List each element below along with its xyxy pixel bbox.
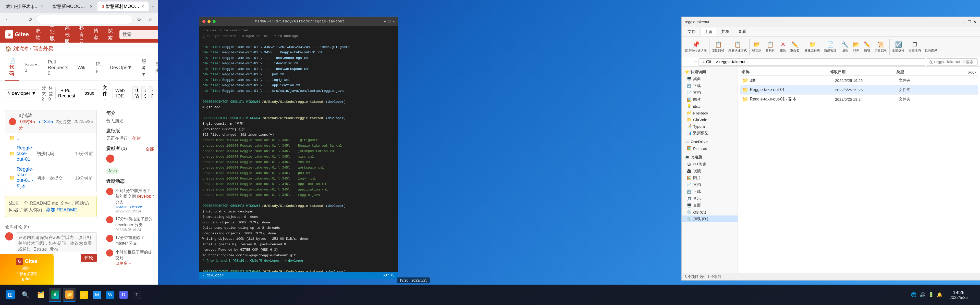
terminal-maximize-btn[interactable]: □: [388, 19, 390, 24]
ribbon-btn-rename[interactable]: ✏️ 重命名: [789, 41, 801, 54]
explorer-forward-btn[interactable]: →: [689, 60, 694, 64]
pull-request-btn[interactable]: + Pull Request: [56, 87, 78, 100]
tray-notification-icon[interactable]: 🔔: [937, 292, 942, 298]
nav-item-pc-downloads[interactable]: ⬇️下载: [682, 188, 738, 195]
ribbon-btn-open[interactable]: 📂 打开: [851, 41, 861, 54]
ribbon-btn-properties[interactable]: 🔧 属性: [840, 41, 850, 54]
taskbar-app-5[interactable]: T: [130, 288, 143, 302]
ribbon-btn-deselect[interactable]: ☐ 全部取消: [907, 41, 922, 54]
favorites-button[interactable]: ☆: [146, 15, 155, 24]
file-item-0[interactable]: 📁 Reggie-take-out-01 初步代码 19分钟前: [5, 143, 97, 164]
watch-button[interactable]: 👁 Watching 1: [132, 86, 138, 100]
tray-battery-icon[interactable]: 🔋: [928, 292, 934, 298]
ribbon-tab-share[interactable]: 共享: [718, 27, 733, 36]
taskbar-app-1[interactable]: 🟡: [78, 288, 90, 302]
ribbon-btn-copy-path[interactable]: 📋 复制路径: [711, 41, 726, 54]
tab-manage[interactable]: 管理: [151, 58, 158, 78]
nav-item-onedrive-pictures[interactable]: 🖼️Pictures: [682, 145, 738, 152]
taskbar-app-3[interactable]: W: [104, 288, 116, 302]
tab-devops[interactable]: DevOps▼: [106, 62, 136, 74]
gitee-banner-ad[interactable]: G Gitee 9周年 它板有话要说 gitee: [0, 254, 54, 284]
terminal-close-btn[interactable]: ✕: [393, 19, 395, 24]
nav-item-filerecv[interactable]: 📁FileRecv: [682, 110, 738, 116]
explorer-path-input[interactable]: [698, 59, 925, 65]
branch-selector[interactable]: ⑂ devloper ▼: [5, 89, 39, 97]
ribbon-btn-edit[interactable]: ✏️ 编辑: [862, 41, 872, 54]
owner-link[interactable]: 刘鸿涛: [13, 45, 28, 52]
nav-item-3d[interactable]: 🎲3D 对象: [682, 160, 738, 168]
submit-comment-btn[interactable]: 评论: [81, 254, 97, 262]
explorer-close-btn[interactable]: ✕: [973, 19, 977, 25]
ribbon-btn-pin[interactable]: 📌 固定到快速访问: [684, 40, 708, 54]
nav-item-pc-pictures[interactable]: 🖼️图片: [682, 175, 738, 181]
terminal-content[interactable]: Changes to be committed: (use "git resto…: [199, 26, 398, 272]
file-item-parent[interactable]: 📁 ..: [5, 133, 97, 143]
browser-tab-2[interactable]: 智慧新MOOC实警 ✕: [48, 2, 97, 11]
fork-button-main[interactable]: ⑂ Fork: [149, 87, 153, 100]
taskbar-clock[interactable]: 19:26 2022/5/25: [947, 290, 971, 300]
star-button-main[interactable]: ☆ Star: [142, 86, 146, 100]
explorer-up-btn[interactable]: ↑: [695, 60, 697, 64]
ribbon-btn-copy-to[interactable]: 📋 复制到: [764, 41, 776, 54]
file-row-reggie-copy[interactable]: 📁 Reggie-take-out-01 - 副本 2022/5/25 19:2…: [740, 95, 978, 104]
nav-item-pictures[interactable]: 🖼️图片: [682, 96, 738, 103]
nav-item-idea[interactable]: 💡idea: [682, 103, 738, 110]
add-readme-link[interactable]: 添加 README: [46, 207, 78, 213]
file-row-git[interactable]: 📁 .git 2022/5/25 19:25 文件夹: [740, 76, 978, 85]
activity-hash-0[interactable]: 764a26...0b38ef5: [115, 205, 154, 209]
start-button[interactable]: ⊞: [3, 288, 18, 302]
browser-tab-active[interactable]: G 智慧新村MOOC实警 ✕: [97, 2, 148, 11]
nav-blog[interactable]: 博客: [91, 27, 101, 42]
commit-hash[interactable]: d13ef5: [39, 119, 53, 124]
ribbon-tab-view[interactable]: 查看: [734, 27, 750, 36]
explorer-search-input[interactable]: [927, 59, 978, 65]
tab-active-close[interactable]: ✕: [141, 4, 145, 9]
activity-more-link[interactable]: 出更多 +: [115, 261, 131, 265]
nav-item-pc-desktop[interactable]: 🖥️桌面: [682, 202, 738, 209]
file-name-0[interactable]: Reggie-take-out-01: [17, 145, 35, 162]
taskbar-files-btn[interactable]: 📁: [63, 288, 76, 302]
ribbon-tab-file[interactable]: 文件: [684, 27, 700, 36]
search-taskbar-btn[interactable]: 🔍: [18, 288, 33, 302]
close-dot[interactable]: [202, 20, 205, 23]
ribbon-btn-new-item[interactable]: 📄 新建项目: [822, 41, 838, 54]
extensions-button[interactable]: ⚙: [135, 15, 144, 24]
ribbon-btn-new-folder[interactable]: 📁 新建文件夹: [803, 41, 821, 54]
tab-2-close[interactable]: ✕: [89, 4, 93, 9]
comment-textarea[interactable]: [16, 232, 97, 252]
nav-item-downloads[interactable]: ⬇️下载: [682, 83, 738, 89]
nav-item-d-drive[interactable]: 💿加载 (D:): [682, 216, 738, 222]
new-file-btn[interactable]: 文件+: [100, 83, 110, 103]
ribbon-btn-invert[interactable]: ↕️ 反向选择: [923, 41, 939, 54]
taskbar-edge-btn[interactable]: e: [49, 288, 61, 302]
forward-button[interactable]: →: [14, 15, 24, 24]
file-name-1[interactable]: Reggie-take-out-01 - 副本: [17, 166, 35, 190]
minimize-dot[interactable]: [207, 20, 210, 23]
star-button[interactable]: ☆ Star 0: [142, 86, 146, 100]
nav-item-typora[interactable]: 📝Typora: [682, 123, 738, 130]
gitee-search[interactable]: [119, 30, 158, 39]
nav-item-c-drive[interactable]: 💿OS (C:): [682, 209, 738, 216]
terminal-minimize-btn[interactable]: —: [384, 19, 386, 24]
taskbar-app-4[interactable]: D: [118, 288, 130, 302]
tab-1-close[interactable]: ✕: [40, 4, 44, 9]
task-view-btn[interactable]: 🗂️: [34, 288, 48, 302]
all-contributors-link[interactable]: 全部: [146, 147, 154, 152]
tab-code[interactable]: 📄 代码: [5, 55, 19, 81]
ribbon-btn-select-all[interactable]: ☑️ 全部选择: [891, 41, 906, 54]
nav-item-pc-documents[interactable]: 📄文档: [682, 181, 738, 188]
gitee-logo[interactable]: G Gitee: [5, 30, 29, 38]
back-button[interactable]: ←: [3, 15, 12, 24]
activity-branch-link[interactable]: develop: [137, 194, 151, 199]
nav-item-videos[interactable]: 🎥视频: [682, 168, 738, 175]
nav-item-desktop[interactable]: 🖥️桌面: [682, 75, 738, 83]
create-release-link[interactable]: 创建: [132, 136, 141, 141]
explorer-back-btn[interactable]: ←: [684, 60, 688, 64]
nav-item-music[interactable]: 🎵音乐: [682, 195, 738, 202]
fork-button[interactable]: ⑂ Fork 0: [148, 86, 153, 100]
maximize-dot[interactable]: [213, 20, 216, 23]
tab-stats[interactable]: 统计: [92, 58, 105, 78]
refresh-button[interactable]: ↺: [25, 15, 35, 24]
taskbar-app-2[interactable]: M: [91, 288, 103, 302]
repo-link[interactable]: 瑞吉外卖: [33, 45, 53, 52]
